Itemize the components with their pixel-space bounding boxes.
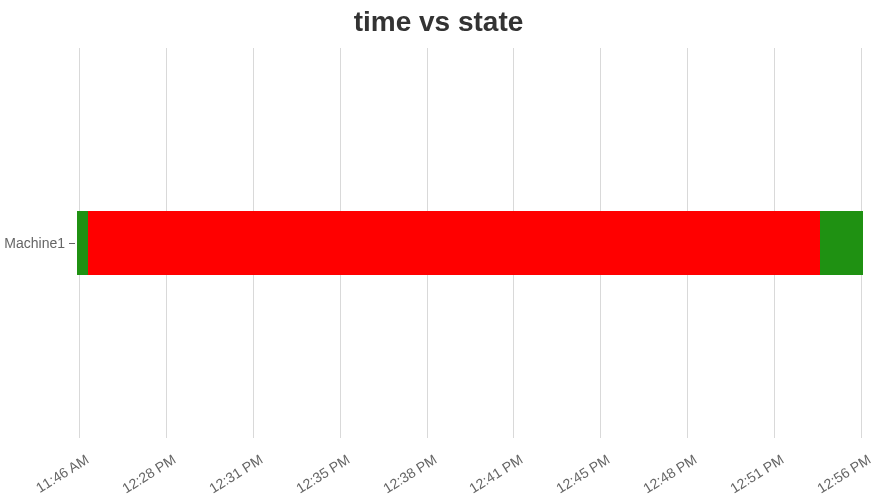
- timeline-track: [75, 211, 865, 275]
- y-axis-label: Machine1: [0, 235, 65, 251]
- x-axis-label: 11:46 AM: [24, 451, 92, 500]
- x-axis-labels: 11:46 AM12:28 PM12:31 PM12:35 PM12:38 PM…: [75, 445, 865, 500]
- x-axis-label: 12:48 PM: [632, 451, 700, 500]
- x-axis-label: 12:31 PM: [197, 451, 265, 500]
- x-axis-label: 12:45 PM: [545, 451, 613, 500]
- x-axis-label: 12:38 PM: [371, 451, 439, 500]
- x-axis-label: 12:35 PM: [284, 451, 352, 500]
- x-axis-label: 12:41 PM: [458, 451, 526, 500]
- timeline-segment-green: [820, 211, 863, 275]
- x-axis-label: 12:28 PM: [110, 451, 178, 500]
- plot-area: Machine1: [75, 48, 865, 438]
- x-axis-label: 12:51 PM: [719, 451, 787, 500]
- timeline-segment-red: [88, 211, 820, 275]
- timeline-segment-green: [77, 211, 87, 275]
- x-axis-label: 12:56 PM: [806, 451, 874, 500]
- chart-title: time vs state: [0, 0, 877, 44]
